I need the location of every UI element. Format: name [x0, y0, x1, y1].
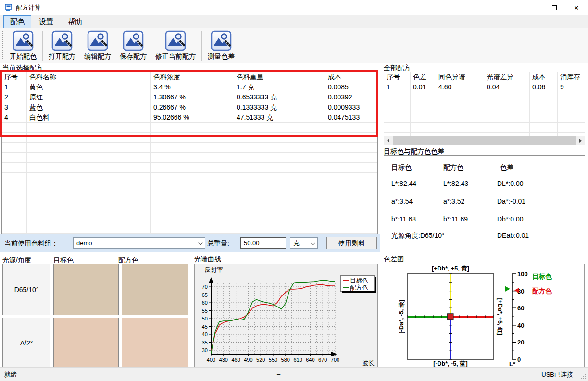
table-cell — [27, 123, 151, 133]
table-cell — [484, 112, 530, 123]
minimize-button[interactable] — [521, 0, 543, 15]
strip-separator — [323, 236, 323, 250]
table-row[interactable]: 10.014.600.040.069 — [384, 82, 585, 92]
table-cell — [2, 203, 27, 213]
scrollbar-thumb[interactable] — [393, 136, 576, 145]
table-row[interactable]: 1黄色3.4 %1.7 克0.0085 — [2, 82, 377, 92]
table-row[interactable]: 4白色料95.02666 %47.51333 克0.0475133 — [2, 112, 377, 123]
column-header[interactable]: 序号 — [384, 72, 411, 82]
table-cell: 0.1333333 克 — [234, 102, 325, 112]
svg-text:55: 55 — [202, 308, 208, 314]
menu-item-help[interactable]: 帮助 — [61, 15, 89, 28]
table-cell — [411, 123, 436, 133]
svg-text:40: 40 — [517, 322, 524, 329]
table-cell — [484, 123, 530, 133]
scroll-right-icon[interactable] — [576, 136, 585, 145]
table-cell — [411, 112, 436, 123]
table-cell — [27, 133, 151, 143]
table-cell: 黄色 — [27, 82, 151, 92]
table-cell — [151, 153, 234, 163]
table-cell — [2, 163, 27, 173]
table-row — [384, 123, 585, 133]
column-header[interactable]: 成本 — [530, 72, 558, 82]
svg-text:反射率: 反射率 — [204, 266, 223, 273]
scroll-left-icon[interactable] — [384, 136, 392, 145]
column-header[interactable]: 消库存 — [558, 72, 585, 82]
measure-color-diff-button[interactable]: 测量色差 — [203, 29, 239, 62]
formula-color-swatch — [122, 264, 188, 315]
table-cell — [151, 223, 234, 234]
table-cell — [436, 112, 484, 123]
column-header[interactable]: 同色异谱 — [436, 72, 484, 82]
column-header[interactable]: 色料浓度 — [151, 72, 234, 82]
resize-grip-icon[interactable] — [580, 373, 586, 379]
svg-text:640: 640 — [306, 357, 314, 363]
status-usb: USB已连接 — [541, 370, 573, 379]
table-cell — [558, 102, 585, 112]
horizontal-scrollbar[interactable] — [384, 136, 585, 145]
table-cell: 3 — [2, 102, 27, 112]
table-cell — [484, 102, 530, 112]
open-formula-button[interactable]: 打开配方 — [44, 29, 80, 62]
start-matching-button[interactable]: 开始配色 — [5, 29, 41, 62]
table-row — [384, 112, 585, 123]
table-row[interactable]: 3蓝色0.26667 %0.1333333 克0.0009333 — [2, 102, 377, 112]
correct-formula-button[interactable]: 修正当前配方 — [151, 29, 200, 62]
table-cell — [2, 223, 27, 234]
table-cell — [411, 92, 436, 102]
table-row — [2, 143, 377, 153]
table-cell — [2, 153, 27, 163]
status-ready: 就绪 — [4, 370, 17, 379]
delta-b: Db*:0.00 — [497, 215, 523, 223]
table-cell: 0.01 — [411, 82, 436, 92]
table-row[interactable]: 2原红1.30667 %0.6533333 克0.00392 — [2, 92, 377, 102]
table-cell — [558, 92, 585, 102]
table-cell — [558, 123, 585, 133]
svg-text:460: 460 — [231, 357, 240, 363]
table-cell — [530, 112, 558, 123]
all-formula-table: 序号色差同色异谱光谱差异成本消库存10.014.600.040.069 — [384, 72, 585, 145]
target-a: a*:3.54 — [391, 197, 413, 205]
edit-formula-button[interactable]: 编辑配方 — [80, 29, 115, 62]
close-button[interactable]: ✕ — [565, 0, 588, 15]
svg-text:L*: L* — [509, 360, 516, 368]
svg-text:目标色: 目标色 — [532, 273, 552, 280]
table-cell — [234, 143, 325, 153]
table-cell: 1 — [2, 82, 27, 92]
save-formula-button[interactable]: 保存配方 — [115, 29, 151, 62]
illuminant-angle-value: 光源角度:D65/10° — [391, 232, 445, 240]
column-header[interactable]: 光谱差异 — [484, 72, 530, 82]
image-icon — [165, 30, 186, 51]
menu-item-color-matching[interactable]: 配色 — [3, 15, 31, 28]
total-weight-input[interactable]: 50.00 — [240, 237, 286, 249]
unit-select[interactable]: 克 — [290, 237, 318, 249]
table-cell — [27, 163, 151, 173]
column-header[interactable]: 色差 — [411, 72, 436, 82]
image-icon — [211, 30, 232, 51]
minimize-icon — [530, 8, 535, 8]
table-cell — [151, 173, 234, 183]
column-header[interactable]: 成本 — [325, 72, 377, 82]
svg-text:50: 50 — [202, 316, 208, 321]
maximize-button[interactable] — [543, 0, 565, 15]
svg-text:[-Da*, -5, 绿]: [-Da*, -5, 绿] — [398, 300, 405, 334]
svg-text:[+Da*, +5, 红]: [+Da*, +5, 红] — [497, 298, 503, 335]
maximize-icon — [552, 5, 557, 10]
svg-text:目标色: 目标色 — [350, 277, 368, 284]
column-header[interactable]: 色料重量 — [234, 72, 325, 82]
colorant-group-select[interactable]: demo — [73, 237, 205, 249]
menu-bar: 配色 设置 帮助 — [0, 15, 588, 28]
table-cell: 4 — [2, 112, 27, 123]
table-cell — [234, 213, 325, 223]
spectral-chart: 4004304604905205505806106406707003035404… — [195, 264, 377, 368]
chevron-down-icon — [311, 240, 315, 245]
table-cell — [436, 123, 484, 133]
svg-text:670: 670 — [318, 357, 327, 363]
use-leftover-button[interactable]: 使用剩料 — [326, 237, 377, 249]
image-icon — [87, 30, 108, 51]
column-header[interactable]: 色料名称 — [27, 72, 151, 82]
column-header[interactable]: 序号 — [2, 72, 27, 82]
table-cell — [27, 203, 151, 213]
menu-item-settings[interactable]: 设置 — [32, 15, 60, 28]
table-cell — [411, 102, 436, 112]
